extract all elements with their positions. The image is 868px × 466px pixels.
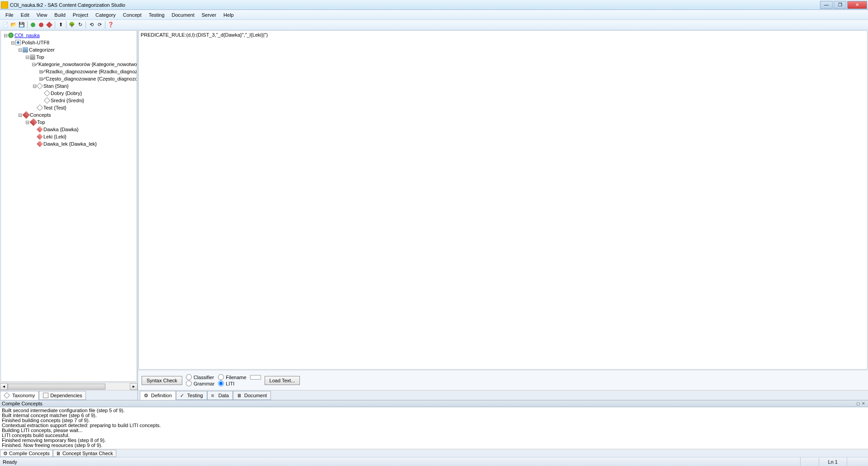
- window-controls: — ❐ ✕: [819, 1, 867, 9]
- tree-con-top[interactable]: ⊟Top: [2, 119, 136, 126]
- globe-icon: [8, 33, 14, 38]
- doc-icon: [43, 393, 48, 398]
- document-icon: 🗎: [237, 393, 242, 398]
- help-icon[interactable]: ❓: [107, 21, 114, 29]
- refresh-icon[interactable]: ↻: [76, 21, 84, 29]
- menu-project[interactable]: Project: [69, 11, 92, 19]
- build-red-icon[interactable]: [38, 21, 45, 29]
- stop-icon[interactable]: [46, 21, 53, 29]
- item-icon: [44, 97, 50, 104]
- titlebar: COI_nauka.tk2 - SAS Content Categorizati…: [0, 0, 868, 10]
- back-icon[interactable]: ⟲: [88, 21, 95, 29]
- menu-category[interactable]: Category: [92, 11, 119, 19]
- scroll-thumb[interactable]: [8, 384, 105, 390]
- tab-syntax-check[interactable]: 🗎Concept Syntax Check: [53, 450, 116, 457]
- separator: [55, 21, 55, 29]
- horizontal-scrollbar[interactable]: ◄ ►: [0, 382, 138, 390]
- code-editor[interactable]: PREDICATE_RULE:(d,l):(DIST_3,"_d{Dawka}"…: [138, 30, 868, 370]
- tree-item[interactable]: ⊟Kategorie_nowotworów {Kategorie_nowotwo…: [2, 61, 136, 68]
- tree-item[interactable]: Sredni {Sredni}: [2, 97, 136, 104]
- tab-testing[interactable]: ✓Testing: [176, 391, 207, 400]
- scroll-right-icon[interactable]: ►: [130, 383, 138, 390]
- console-line: Built second intermediate configuration …: [2, 408, 866, 413]
- menu-concept[interactable]: Concept: [119, 11, 145, 19]
- tree-item[interactable]: ⊞Często_diagnozowane {Często_diagnozowan…: [2, 75, 136, 82]
- radio-classifier[interactable]: Classifier: [186, 374, 214, 380]
- gear-icon: ⚙: [3, 451, 8, 456]
- open-icon[interactable]: 📂: [10, 21, 17, 29]
- syntax-check-button[interactable]: Syntax Check: [142, 376, 182, 385]
- menu-testing[interactable]: Testing: [145, 11, 168, 19]
- tab-definition[interactable]: ⚙Definition: [140, 391, 176, 400]
- menu-edit[interactable]: Edit: [17, 11, 33, 19]
- left-panel: ⊟COI_nauka ⊟Polish-UTF8 ⊟Categorizer ⊟To…: [0, 30, 138, 400]
- tree-root[interactable]: ⊟COI_nauka: [2, 32, 136, 39]
- status-line: Ln 1: [819, 457, 847, 466]
- tab-data[interactable]: ≡Data: [207, 391, 233, 400]
- radio-grammar[interactable]: Grammar: [186, 380, 214, 386]
- tab-document[interactable]: 🗎Document: [233, 391, 271, 400]
- radio-group-2: Filename LITI: [218, 374, 261, 386]
- radio-filename[interactable]: Filename: [218, 374, 261, 380]
- menu-server[interactable]: Server: [198, 11, 220, 19]
- scroll-left-icon[interactable]: ◄: [0, 383, 8, 390]
- tree-item[interactable]: Leki {Leki}: [2, 133, 136, 140]
- doc-icon: 🗎: [56, 451, 61, 456]
- console-pin-icon[interactable]: ▢: [855, 401, 861, 406]
- console-line: Built internal concept matcher (step 6 o…: [2, 413, 866, 418]
- item-icon: [37, 83, 43, 89]
- radio-liti[interactable]: LITI: [218, 380, 261, 386]
- tree-view[interactable]: ⊟COI_nauka ⊟Polish-UTF8 ⊟Categorizer ⊟To…: [0, 30, 137, 382]
- tab-dependencies[interactable]: Dependencies: [39, 391, 86, 400]
- tree-categorizer[interactable]: ⊟Categorizer: [2, 46, 136, 53]
- right-panel: PREDICATE_RULE:(d,l):(DIST_3,"_d{Dawka}"…: [138, 30, 868, 400]
- categorizer-icon: [23, 47, 28, 52]
- tree-lang[interactable]: ⊟Polish-UTF8: [2, 39, 136, 46]
- resize-grip-icon[interactable]: [847, 457, 865, 466]
- definition-icon: ⚙: [144, 393, 149, 398]
- tree-concepts[interactable]: ⊟Concepts: [2, 111, 136, 119]
- separator: [85, 21, 86, 29]
- minimize-button[interactable]: —: [820, 1, 833, 9]
- item-icon: [37, 105, 43, 111]
- console-line: Building LITI concepts, please wait...: [2, 428, 866, 433]
- save-icon[interactable]: 💾: [18, 21, 25, 29]
- tab-taxonomy[interactable]: Taxonomy: [0, 391, 39, 400]
- tree-test[interactable]: Test {Test}: [2, 104, 136, 111]
- menu-build[interactable]: Build: [51, 11, 69, 19]
- testing-icon: ✓: [180, 393, 185, 398]
- concepts-icon: [23, 111, 30, 119]
- console-output[interactable]: Built second intermediate configuration …: [0, 407, 868, 449]
- menu-document[interactable]: Document: [168, 11, 198, 19]
- build-green-icon[interactable]: [29, 21, 37, 29]
- maximize-button[interactable]: ❐: [834, 1, 846, 9]
- menu-help[interactable]: Help: [220, 11, 237, 19]
- top-icon: [30, 119, 38, 126]
- tree-item[interactable]: Dawka {Dawka}: [2, 126, 136, 133]
- scroll-track[interactable]: [8, 383, 130, 390]
- new-icon[interactable]: 📄: [2, 21, 9, 29]
- console-line: Finished. Now freeing resources (step 9 …: [2, 443, 866, 448]
- console-title: Compile Concepts: [2, 401, 43, 406]
- load-text-button[interactable]: Load Text...: [265, 376, 300, 385]
- filename-field[interactable]: [250, 375, 261, 380]
- options-bar: Syntax Check Classifier Grammar Filename…: [138, 370, 868, 390]
- tree-cat-top[interactable]: ⊟Top: [2, 53, 136, 61]
- main-area: ⊟COI_nauka ⊟Polish-UTF8 ⊟Categorizer ⊟To…: [0, 30, 868, 400]
- tree-stan[interactable]: ⊟Stan {Stan}: [2, 82, 136, 90]
- status-empty: [800, 457, 819, 466]
- tree-item[interactable]: ⊞Rzadko_diagnozowane {Rzadko_diagnozowan…: [2, 68, 136, 75]
- close-button[interactable]: ✕: [847, 1, 867, 9]
- tree-item[interactable]: Dobry {Dobry}: [2, 90, 136, 97]
- tree-icon[interactable]: 🌳: [68, 21, 76, 29]
- right-tabs: ⚙Definition ✓Testing ≡Data 🗎Document: [138, 390, 868, 400]
- console-close-icon[interactable]: ✕: [861, 401, 866, 406]
- radio-group-1: Classifier Grammar: [186, 374, 214, 386]
- forward-icon[interactable]: ⟳: [96, 21, 103, 29]
- menu-file[interactable]: File: [2, 11, 17, 19]
- tab-compile-concepts[interactable]: ⚙Compile Concepts: [0, 450, 53, 457]
- menu-view[interactable]: View: [33, 11, 51, 19]
- window-title: COI_nauka.tk2 - SAS Content Categorizati…: [10, 2, 819, 8]
- tree-item[interactable]: Dawka_lek {Dawka_lek}: [2, 140, 136, 147]
- upload-icon[interactable]: ⬆: [57, 21, 64, 29]
